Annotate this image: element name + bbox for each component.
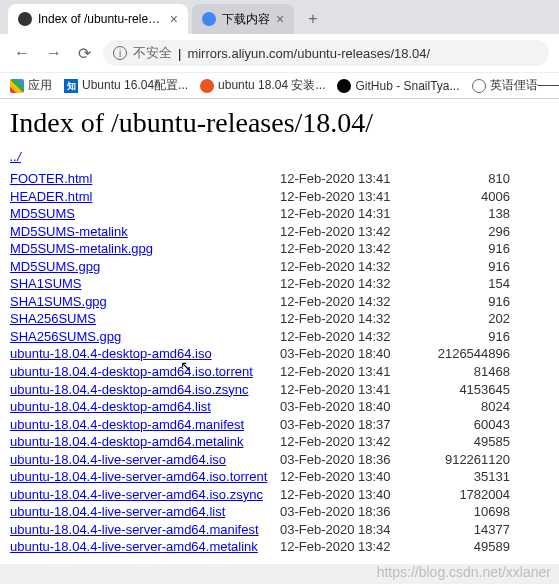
file-date: 12-Feb-2020 14:32 <box>280 328 430 346</box>
file-size: 296 <box>430 223 510 241</box>
url-input[interactable]: i 不安全 | mirrors.aliyun.com/ubuntu-releas… <box>103 40 549 66</box>
file-size: 154 <box>430 275 510 293</box>
apps-icon <box>10 79 24 93</box>
forward-button[interactable]: → <box>42 42 66 64</box>
ubuntu-icon <box>200 79 214 93</box>
list-item: MD5SUMS-metalink12-Feb-2020 13:42296 <box>10 223 549 241</box>
list-item: SHA256SUMS.gpg12-Feb-2020 14:32916 <box>10 328 549 346</box>
list-item: ubuntu-18.04.4-desktop-amd64.metalink12-… <box>10 433 549 451</box>
info-icon[interactable]: i <box>113 46 127 60</box>
file-size: 8024 <box>430 398 510 416</box>
file-link[interactable]: ubuntu-18.04.4-desktop-amd64.metalink <box>10 433 270 451</box>
file-link[interactable]: ubuntu-18.04.4-live-server-amd64.list <box>10 503 270 521</box>
bookmark-english[interactable]: 英语俚语——YIYM... <box>472 77 559 94</box>
reload-button[interactable]: ⟳ <box>74 42 95 65</box>
file-link[interactable]: ubuntu-18.04.4-live-server-amd64.iso.zsy… <box>10 486 270 504</box>
file-date: 12-Feb-2020 13:41 <box>280 381 430 399</box>
file-link[interactable]: ubuntu-18.04.4-live-server-amd64.manifes… <box>10 521 270 539</box>
file-date: 03-Feb-2020 18:34 <box>280 521 430 539</box>
file-date: 03-Feb-2020 18:36 <box>280 451 430 469</box>
tab-active[interactable]: Index of /ubuntu-releases/18.0 × <box>8 4 188 34</box>
page-title: Index of /ubuntu-releases/18.04/ <box>10 107 549 139</box>
file-size: 2126544896 <box>430 345 510 363</box>
list-item: ubuntu-18.04.4-live-server-amd64.iso.zsy… <box>10 486 549 504</box>
file-link[interactable]: SHA1SUMS <box>10 275 270 293</box>
file-size: 49589 <box>430 538 510 556</box>
watermark: https://blog.csdn.net/xxlaner <box>377 564 551 580</box>
file-link[interactable]: HEADER.html <box>10 188 270 206</box>
parent-dir-link[interactable]: ../ <box>10 149 549 164</box>
list-item: ubuntu-18.04.4-live-server-amd64.iso03-F… <box>10 451 549 469</box>
back-button[interactable]: ← <box>10 42 34 64</box>
file-date: 12-Feb-2020 14:32 <box>280 275 430 293</box>
file-link[interactable]: ubuntu-18.04.4-desktop-amd64.list <box>10 398 270 416</box>
file-date: 12-Feb-2020 13:42 <box>280 433 430 451</box>
list-item: HEADER.html12-Feb-2020 13:414006 <box>10 188 549 206</box>
list-item: SHA256SUMS12-Feb-2020 14:32202 <box>10 310 549 328</box>
bookmarks-bar: 应用 知Ubuntu 16.04配置... ubuntu 18.04 安装...… <box>0 72 559 98</box>
file-date: 03-Feb-2020 18:40 <box>280 398 430 416</box>
page-content: Index of /ubuntu-releases/18.04/ ../ FOO… <box>0 99 559 564</box>
file-size: 916 <box>430 328 510 346</box>
file-link[interactable]: ubuntu-18.04.4-desktop-amd64.iso.zsync <box>10 381 270 399</box>
file-size: 912261120 <box>430 451 510 469</box>
file-date: 12-Feb-2020 14:31 <box>280 205 430 223</box>
file-link[interactable]: ubuntu-18.04.4-live-server-amd64.metalin… <box>10 538 270 556</box>
directory-listing: ../ FOOTER.html12-Feb-2020 13:41810HEADE… <box>10 149 549 556</box>
bookmark-ubuntu18[interactable]: ubuntu 18.04 安装... <box>200 77 325 94</box>
file-link[interactable]: ubuntu-18.04.4-desktop-amd64.manifest <box>10 416 270 434</box>
apps-button[interactable]: 应用 <box>10 77 52 94</box>
file-date: 12-Feb-2020 14:32 <box>280 310 430 328</box>
file-link[interactable]: MD5SUMS-metalink <box>10 223 270 241</box>
bookmark-zhihu[interactable]: 知Ubuntu 16.04配置... <box>64 77 188 94</box>
github-icon <box>337 79 351 93</box>
file-link[interactable]: SHA256SUMS <box>10 310 270 328</box>
file-size: 4006 <box>430 188 510 206</box>
file-size: 916 <box>430 258 510 276</box>
file-link[interactable]: ubuntu-18.04.4-desktop-amd64.iso.torrent <box>10 363 270 381</box>
url-text: mirrors.aliyun.com/ubuntu-releases/18.04… <box>187 46 430 61</box>
new-tab-button[interactable]: + <box>298 4 327 34</box>
file-link[interactable]: ubuntu-18.04.4-live-server-amd64.iso <box>10 451 270 469</box>
close-icon[interactable]: × <box>276 11 284 27</box>
file-size: 81468 <box>430 363 510 381</box>
file-size: 60043 <box>430 416 510 434</box>
list-item: ubuntu-18.04.4-desktop-amd64.iso03-Feb-2… <box>10 345 549 363</box>
file-date: 12-Feb-2020 13:41 <box>280 170 430 188</box>
file-link[interactable]: MD5SUMS <box>10 205 270 223</box>
file-size: 916 <box>430 240 510 258</box>
file-date: 12-Feb-2020 13:42 <box>280 223 430 241</box>
file-link[interactable]: ubuntu-18.04.4-desktop-amd64.iso <box>10 345 270 363</box>
list-item: ubuntu-18.04.4-live-server-amd64.manifes… <box>10 521 549 539</box>
file-link[interactable]: MD5SUMS-metalink.gpg <box>10 240 270 258</box>
file-size: 202 <box>430 310 510 328</box>
tab-title: 下载内容 <box>222 11 270 28</box>
file-size: 14377 <box>430 521 510 539</box>
file-link[interactable]: SHA256SUMS.gpg <box>10 328 270 346</box>
file-size: 4153645 <box>430 381 510 399</box>
page-icon <box>18 12 32 26</box>
list-item: FOOTER.html12-Feb-2020 13:41810 <box>10 170 549 188</box>
close-icon[interactable]: × <box>170 11 178 27</box>
file-date: 03-Feb-2020 18:36 <box>280 503 430 521</box>
file-size: 35131 <box>430 468 510 486</box>
list-item: ubuntu-18.04.4-live-server-amd64.list03-… <box>10 503 549 521</box>
file-link[interactable]: SHA1SUMS.gpg <box>10 293 270 311</box>
file-link[interactable]: ubuntu-18.04.4-live-server-amd64.iso.tor… <box>10 468 270 486</box>
list-item: SHA1SUMS.gpg12-Feb-2020 14:32916 <box>10 293 549 311</box>
list-item: MD5SUMS12-Feb-2020 14:31138 <box>10 205 549 223</box>
file-size: 916 <box>430 293 510 311</box>
file-size: 1782004 <box>430 486 510 504</box>
file-size: 49585 <box>430 433 510 451</box>
tab-downloads[interactable]: 下载内容 × <box>192 4 294 34</box>
list-item: SHA1SUMS12-Feb-2020 14:32154 <box>10 275 549 293</box>
file-date: 12-Feb-2020 14:32 <box>280 293 430 311</box>
address-bar: ← → ⟳ i 不安全 | mirrors.aliyun.com/ubuntu-… <box>0 34 559 72</box>
file-link[interactable]: MD5SUMS.gpg <box>10 258 270 276</box>
tab-bar: Index of /ubuntu-releases/18.0 × 下载内容 × … <box>0 0 559 34</box>
list-item: ubuntu-18.04.4-live-server-amd64.iso.tor… <box>10 468 549 486</box>
file-date: 12-Feb-2020 13:40 <box>280 486 430 504</box>
list-item: MD5SUMS-metalink.gpg12-Feb-2020 13:42916 <box>10 240 549 258</box>
bookmark-github[interactable]: GitHub - SnailTya... <box>337 79 459 93</box>
file-link[interactable]: FOOTER.html <box>10 170 270 188</box>
